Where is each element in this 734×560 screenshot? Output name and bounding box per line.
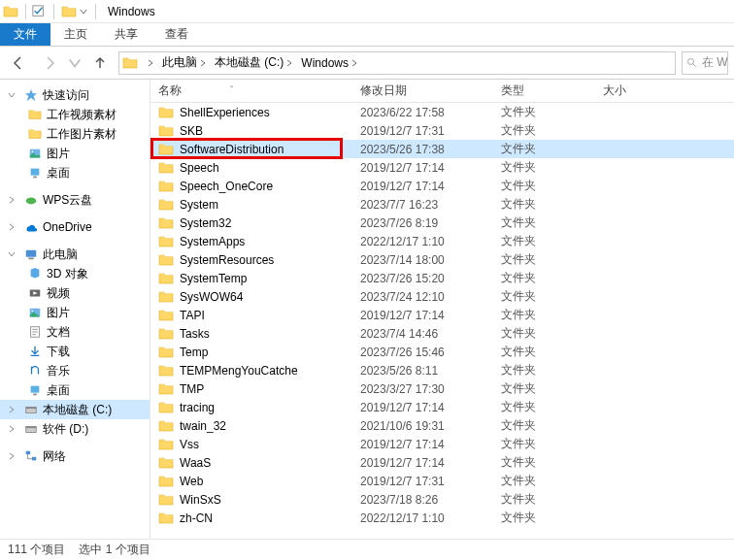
folder-icon xyxy=(158,455,174,471)
folder-icon xyxy=(158,308,174,323)
crumb-thispc[interactable]: 此电脑 xyxy=(158,52,211,74)
search-input[interactable]: 在 W xyxy=(682,51,728,75)
table-row[interactable]: Vss2019/12/7 17:14文件夹 xyxy=(150,435,734,453)
sidebar-thispc[interactable]: 此电脑 xyxy=(0,245,150,264)
table-row[interactable]: SoftwareDistribution2023/5/26 17:38文件夹 xyxy=(150,140,734,158)
up-button[interactable] xyxy=(87,50,113,76)
folder-icon xyxy=(158,271,174,286)
qat-folder-icon[interactable] xyxy=(60,3,78,20)
qat-dropdown-icon[interactable] xyxy=(80,8,91,16)
col-type[interactable]: 类型 xyxy=(501,82,603,99)
table-row[interactable]: ShellExperiences2023/6/22 17:58文件夹 xyxy=(150,103,734,121)
table-row[interactable]: Speech_OneCore2019/12/7 17:14文件夹 xyxy=(150,177,734,195)
table-row[interactable]: TMP2023/3/27 17:30文件夹 xyxy=(150,379,734,398)
item-icon xyxy=(27,146,43,161)
table-row[interactable]: SystemTemp2023/7/26 15:20文件夹 xyxy=(150,269,734,287)
table-row[interactable]: Web2019/12/7 17:31文件夹 xyxy=(150,472,734,490)
table-row[interactable]: WaaS2019/12/7 17:14文件夹 xyxy=(150,453,734,472)
column-headers[interactable]: 名称ˆ 修改日期 类型 大小 xyxy=(150,80,734,103)
history-dropdown-icon[interactable] xyxy=(68,50,82,76)
file-name: twain_32 xyxy=(180,419,226,433)
tab-home[interactable]: 主页 xyxy=(50,23,101,46)
sidebar-item[interactable]: 音乐 xyxy=(0,361,150,380)
sidebar-onedrive[interactable]: OneDrive xyxy=(0,217,150,237)
file-name: SystemTemp xyxy=(180,272,247,285)
table-row[interactable]: Speech2019/12/7 17:14文件夹 xyxy=(150,158,734,177)
file-name: TAPI xyxy=(180,309,205,322)
nav-bar: 此电脑 本地磁盘 (C:) Windows 在 W xyxy=(0,47,734,80)
col-date[interactable]: 修改日期 xyxy=(360,82,501,99)
svg-rect-18 xyxy=(26,426,37,428)
table-row[interactable]: SystemResources2023/7/14 18:00文件夹 xyxy=(150,250,734,269)
sidebar-item[interactable]: 桌面 xyxy=(0,380,150,400)
file-date: 2023/7/18 8:26 xyxy=(360,493,501,507)
forward-button[interactable] xyxy=(37,50,62,76)
file-date: 2023/7/26 8:19 xyxy=(360,216,501,230)
sidebar-network[interactable]: 网络 xyxy=(0,446,150,466)
file-name: zh-CN xyxy=(180,511,213,525)
sidebar-item[interactable]: 工作图片素材 xyxy=(0,124,150,144)
table-row[interactable]: TEMPMengYouCatche2023/5/26 8:11文件夹 xyxy=(150,361,734,379)
file-type: 文件夹 xyxy=(501,344,603,360)
sidebar-item[interactable]: 图片 xyxy=(0,303,150,322)
file-type: 文件夹 xyxy=(501,288,603,305)
tab-file[interactable]: 文件 xyxy=(0,23,50,46)
sidebar-item[interactable]: 桌面 xyxy=(0,163,150,182)
table-row[interactable]: Tasks2023/7/4 14:46文件夹 xyxy=(150,324,734,343)
folder-icon xyxy=(158,400,174,415)
tab-view[interactable]: 查看 xyxy=(151,23,202,46)
item-icon xyxy=(27,363,43,379)
sidebar-item[interactable]: 图片 xyxy=(0,144,150,163)
search-placeholder: 在 W xyxy=(702,54,728,71)
qat-checkbox-icon[interactable] xyxy=(32,5,48,18)
sidebar-item[interactable]: 软件 (D:) xyxy=(0,419,150,439)
file-date: 2022/12/17 1:10 xyxy=(360,511,501,525)
file-name: Temp xyxy=(180,346,208,359)
file-name: Vss xyxy=(180,438,199,451)
folder-icon xyxy=(158,234,174,249)
table-row[interactable]: System322023/7/26 8:19文件夹 xyxy=(150,214,734,232)
folder-icon xyxy=(158,160,174,176)
file-date: 2019/12/7 17:31 xyxy=(360,475,501,488)
col-name[interactable]: 名称ˆ xyxy=(154,82,360,99)
sidebar-item[interactable]: 3D 对象 xyxy=(0,264,150,283)
sidebar-wps[interactable]: WPS云盘 xyxy=(0,190,150,210)
svg-rect-5 xyxy=(33,177,37,179)
file-date: 2023/7/26 15:20 xyxy=(360,272,501,285)
svg-rect-4 xyxy=(31,169,40,176)
crumb-drive[interactable]: 本地磁盘 (C:) xyxy=(211,52,297,74)
sidebar-item[interactable]: 视频 xyxy=(0,283,150,303)
table-row[interactable]: Temp2023/7/26 15:46文件夹 xyxy=(150,343,734,361)
table-row[interactable]: zh-CN2022/12/17 1:10文件夹 xyxy=(150,509,734,527)
crumb-folder[interactable]: Windows xyxy=(297,52,362,74)
address-bar[interactable]: 此电脑 本地磁盘 (C:) Windows xyxy=(118,51,676,75)
back-button[interactable] xyxy=(6,50,31,76)
table-row[interactable]: System2023/7/7 16:23文件夹 xyxy=(150,195,734,214)
file-type: 文件夹 xyxy=(501,362,603,379)
status-bar: 111 个项目 选中 1 个项目 xyxy=(0,539,734,560)
file-list[interactable]: ShellExperiences2023/6/22 17:58文件夹SKB201… xyxy=(150,103,734,539)
col-size[interactable]: 大小 xyxy=(603,82,681,99)
crumb-root-chevron[interactable] xyxy=(141,52,158,74)
file-date: 2019/12/7 17:31 xyxy=(360,124,501,138)
file-name: tracing xyxy=(180,401,215,414)
sidebar-item[interactable]: 下载 xyxy=(0,342,150,361)
folder-icon xyxy=(158,197,174,213)
file-name: Tasks xyxy=(180,327,210,341)
table-row[interactable]: tracing2019/12/7 17:14文件夹 xyxy=(150,398,734,416)
sidebar-quick-access[interactable]: 快速访问 xyxy=(0,85,150,105)
svg-rect-19 xyxy=(26,451,30,455)
table-row[interactable]: SKB2019/12/7 17:31文件夹 xyxy=(150,121,734,140)
table-row[interactable]: WinSxS2023/7/18 8:26文件夹 xyxy=(150,490,734,509)
table-row[interactable]: TAPI2019/12/7 17:14文件夹 xyxy=(150,306,734,324)
sidebar-item[interactable]: 本地磁盘 (C:) xyxy=(0,400,150,419)
file-date: 2019/12/7 17:14 xyxy=(360,180,501,193)
sidebar-item[interactable]: 工作视频素材 xyxy=(0,105,150,124)
table-row[interactable]: SysWOW642023/7/24 12:10文件夹 xyxy=(150,287,734,306)
table-row[interactable]: twain_322021/10/6 19:31文件夹 xyxy=(150,416,734,435)
tab-share[interactable]: 共享 xyxy=(101,23,151,46)
file-type: 文件夹 xyxy=(501,307,603,323)
folder-icon xyxy=(158,363,174,379)
table-row[interactable]: SystemApps2022/12/17 1:10文件夹 xyxy=(150,232,734,250)
sidebar-item[interactable]: 文档 xyxy=(0,322,150,342)
